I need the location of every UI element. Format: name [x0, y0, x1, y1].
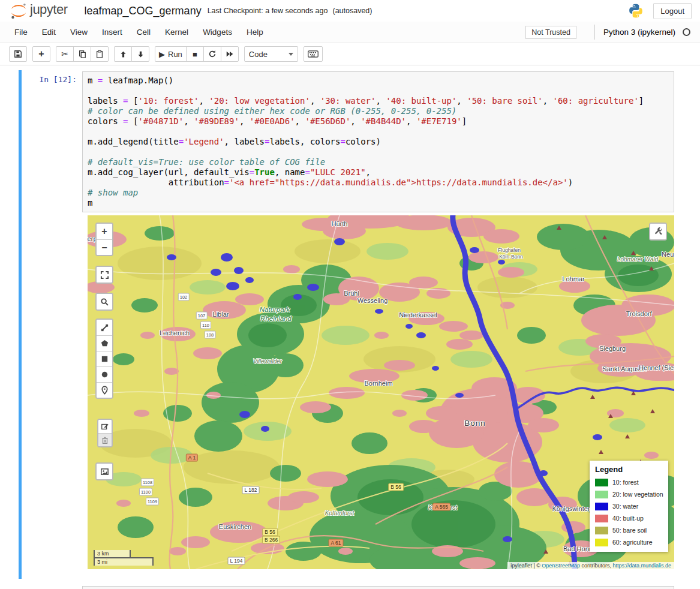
draw-polygon-button[interactable] — [97, 335, 112, 351]
search-icon — [100, 297, 109, 306]
menu-edit[interactable]: Edit — [35, 23, 63, 41]
stop-icon: ■ — [193, 50, 197, 59]
road-badge: B 266 — [262, 536, 280, 544]
map-legend: Legend 10: forest20: low vegetation30: w… — [590, 461, 668, 552]
code-line: m.add_cog_layer(url, default_vis=True, n… — [88, 167, 669, 178]
menu-help[interactable]: Help — [239, 23, 271, 41]
restart-run-all-button[interactable] — [221, 46, 239, 62]
code-line: attribution='<a href="https://data.mundi… — [88, 178, 669, 188]
kernel-box: Python 3 (ipykernel) — [594, 25, 693, 40]
move-cell-up-button[interactable] — [114, 46, 132, 62]
road-badge: 102 — [178, 293, 190, 301]
legend-swatch — [595, 515, 608, 522]
cell-type-select[interactable]: Code — [244, 46, 298, 62]
paste-icon — [95, 50, 104, 58]
attribution-prefix: ipyleaflet | © — [510, 563, 542, 569]
notebook-toolbar: + ✂ ▶ Run ■ Code — [0, 43, 700, 65]
arrow-down-icon — [137, 50, 145, 58]
edit-layers-button[interactable] — [98, 420, 112, 433]
fullscreen-icon — [100, 271, 109, 280]
legend-label: 20: low vegetation — [612, 491, 663, 498]
kernel-idle-indicator — [683, 28, 690, 36]
mundialis-link[interactable]: https://data.mundialis.de — [612, 563, 671, 569]
road-badge: 1100 — [139, 488, 152, 496]
menu-insert[interactable]: Insert — [95, 23, 130, 41]
code-line: m — [88, 198, 669, 208]
code-line: # default_vis=True: use color table of C… — [88, 157, 669, 167]
next-cell-partial[interactable] — [82, 586, 674, 589]
code-line: m.add_legend(title='Legend', labels=labe… — [88, 137, 669, 147]
search-button[interactable] — [97, 294, 112, 309]
command-palette-button[interactable] — [304, 46, 323, 62]
save-button[interactable] — [9, 46, 27, 62]
rectangle-icon — [100, 354, 109, 363]
code-editor[interactable]: m = leafmap.Map() labels = ['10: forest'… — [82, 71, 674, 212]
play-icon: ▶ — [159, 50, 165, 59]
zoom-out-button[interactable]: − — [97, 239, 112, 255]
scissors-icon: ✂ — [61, 49, 68, 59]
screenshot-button[interactable] — [97, 464, 112, 479]
road-badge: A 565 — [432, 503, 450, 511]
legend-label: 40: built-up — [612, 515, 644, 522]
image-icon — [100, 467, 109, 476]
menu-kernel[interactable]: Kernel — [158, 23, 196, 41]
copy-icon — [78, 50, 86, 58]
run-label: Run — [168, 50, 182, 59]
trash-icon — [101, 436, 109, 444]
code-line — [88, 127, 669, 137]
arrow-up-icon — [119, 50, 127, 58]
copy-cell-button[interactable] — [73, 46, 91, 62]
attribution-middle: contributors, — [580, 563, 613, 569]
legend-swatch — [595, 539, 608, 546]
draw-polyline-button[interactable] — [97, 320, 112, 335]
edit-icon — [101, 422, 109, 431]
jupyter-logo[interactable]: jupyter — [10, 2, 68, 20]
move-cell-down-button[interactable] — [131, 46, 149, 62]
map-canvas[interactable]: HürthKerpenBrühlWesselingNiederkasselTro… — [88, 215, 674, 569]
cell-type-value: Code — [249, 50, 268, 59]
legend-entry: 40: built-up — [595, 512, 663, 524]
draw-rectangle-button[interactable] — [97, 351, 112, 366]
map-raster — [88, 215, 674, 569]
legend-label: 10: forest — [612, 479, 639, 486]
legend-label: 50: bare soil — [612, 527, 647, 534]
zoom-in-button[interactable]: + — [97, 224, 112, 239]
notebook-area: In [12]: m = leafmap.Map() labels = ['10… — [0, 65, 700, 589]
autosave-status: (autosaved) — [332, 7, 372, 15]
draw-marker-button[interactable] — [97, 382, 112, 398]
menu-view[interactable]: View — [63, 23, 95, 41]
wrench-button[interactable] — [650, 224, 666, 239]
osm-link[interactable]: OpenStreetMap — [542, 563, 580, 569]
draw-circle-button[interactable] — [97, 366, 112, 382]
notebook-title[interactable]: leafmap_COG_germany — [85, 5, 202, 17]
python-logo-icon — [628, 3, 644, 19]
legend-title: Legend — [595, 465, 663, 474]
menu-cell[interactable]: Cell — [130, 23, 158, 41]
interrupt-kernel-button[interactable]: ■ — [186, 46, 204, 62]
cut-cell-button[interactable]: ✂ — [56, 46, 74, 62]
map-toolbar-toggle — [649, 223, 667, 241]
legend-swatch — [595, 527, 608, 534]
fullscreen-button[interactable] — [97, 267, 112, 283]
paste-cell-button[interactable] — [91, 46, 109, 62]
menu-file[interactable]: File — [7, 23, 35, 41]
search-control — [95, 293, 113, 311]
delete-layers-button[interactable] — [98, 433, 112, 446]
menu-widgets[interactable]: Widgets — [196, 23, 239, 41]
circle-icon — [100, 370, 109, 379]
legend-label: 30: water — [612, 503, 638, 510]
logout-button[interactable]: Logout — [653, 3, 692, 19]
jupyter-logo-text: jupyter — [30, 2, 68, 17]
code-cell[interactable]: In [12]: m = leafmap.Map() labels = ['10… — [19, 70, 700, 579]
add-cell-button[interactable]: + — [32, 46, 50, 62]
input-prompt: In [12]: — [19, 71, 82, 212]
run-button[interactable]: ▶ Run — [155, 46, 187, 62]
road-badge: B 56 — [262, 528, 278, 536]
trust-status-button[interactable]: Not Trusted — [525, 26, 576, 39]
draw-toolbar — [95, 318, 113, 399]
road-badge: L 194 — [228, 557, 245, 565]
scale-control: 3 km 3 mi — [94, 550, 154, 566]
code-line: colors = ['#04871D', '#89DE89', '#0E0AD6… — [88, 116, 669, 127]
restart-kernel-button[interactable] — [203, 46, 221, 62]
fullscreen-control — [95, 266, 113, 284]
